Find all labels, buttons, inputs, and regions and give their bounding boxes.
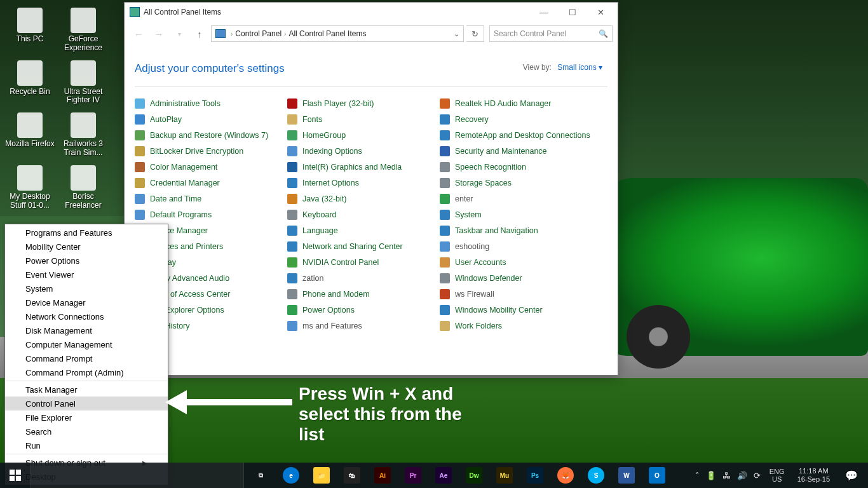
control-panel-item[interactable]: ws Firewall: [440, 288, 592, 300]
control-panel-item[interactable]: Indexing Options: [287, 145, 440, 157]
control-panel-item[interactable]: Backup and Restore (Windows 7): [135, 129, 287, 141]
control-panel-item[interactable]: Security and Maintenance: [440, 145, 592, 157]
taskbar-task-view[interactable]: ⧉: [245, 463, 276, 488]
control-panel-item[interactable]: Credential Manager: [135, 177, 287, 189]
taskbar-word[interactable]: W: [611, 463, 642, 488]
winx-run[interactable]: Run: [5, 438, 168, 452]
control-panel-item[interactable]: Windows Mobility Center: [440, 304, 592, 316]
desktop-icon[interactable]: Mozilla Firefox: [4, 112, 55, 149]
taskbar-file-explorer[interactable]: 📁: [306, 463, 337, 488]
start-button[interactable]: [0, 463, 31, 488]
control-panel-item[interactable]: Taskbar and Navigation: [440, 224, 592, 236]
control-panel-item[interactable]: Power Options: [287, 304, 440, 316]
close-button[interactable]: ✕: [587, 3, 615, 21]
tray-chevron-icon[interactable]: ˄: [694, 471, 701, 480]
winx-command-prompt-admin-[interactable]: Command Prompt (Admin): [5, 365, 168, 379]
taskbar-adobe-pr[interactable]: Pr: [398, 463, 428, 488]
action-center-icon[interactable]: 💬: [839, 463, 864, 488]
control-panel-item[interactable]: Recovery: [440, 113, 592, 125]
control-panel-item[interactable]: Intel(R) Graphics and Media: [287, 161, 440, 173]
winx-disk-management[interactable]: Disk Management: [5, 323, 168, 337]
control-panel-item[interactable]: Flash Player (32-bit): [287, 97, 440, 109]
control-panel-item[interactable]: BitLocker Drive Encryption: [135, 145, 287, 157]
forward-button[interactable]: →: [150, 25, 168, 43]
control-panel-item[interactable]: Language: [287, 224, 440, 236]
control-panel-item[interactable]: User Accounts: [440, 256, 592, 268]
control-panel-item[interactable]: Work Folders: [440, 320, 592, 332]
control-panel-item[interactable]: Realtek HD Audio Manager: [440, 97, 592, 109]
taskbar-search[interactable]: [31, 463, 244, 488]
breadcrumb-all-items[interactable]: All Control Panel Items: [288, 29, 366, 38]
address-dropdown-icon[interactable]: ⌄: [454, 30, 459, 38]
control-panel-item[interactable]: Color Management: [135, 161, 287, 173]
control-panel-item[interactable]: Windows Defender: [440, 272, 592, 284]
sync-icon[interactable]: ⟳: [752, 471, 762, 480]
winx-power-options[interactable]: Power Options: [5, 254, 168, 268]
control-panel-item[interactable]: enter: [440, 193, 592, 205]
winx-computer-management[interactable]: Computer Management: [5, 337, 168, 351]
winx-mobility-center[interactable]: Mobility Center: [5, 240, 168, 254]
control-panel-item[interactable]: System: [440, 208, 592, 220]
breadcrumb-control-panel[interactable]: Control Panel: [235, 29, 281, 38]
winx-event-viewer[interactable]: Event Viewer: [5, 268, 168, 281]
search-input[interactable]: Search Control Panel 🔍: [489, 25, 613, 42]
control-panel-item[interactable]: Internet Options: [287, 177, 440, 189]
control-panel-item[interactable]: NVIDIA Control Panel: [287, 256, 440, 268]
control-panel-item[interactable]: Speech Recognition: [440, 161, 592, 173]
winx-device-manager[interactable]: Device Manager: [5, 295, 168, 309]
control-panel-item[interactable]: RemoteApp and Desktop Connections: [440, 129, 592, 141]
taskbar-store[interactable]: 🛍: [337, 463, 367, 488]
control-panel-item[interactable]: Phone and Modem: [287, 288, 440, 300]
winx-system[interactable]: System: [5, 281, 168, 295]
taskbar-outlook[interactable]: O: [642, 463, 672, 488]
winx-programs-and-features[interactable]: Programs and Features: [5, 226, 168, 240]
winx-file-explorer[interactable]: File Explorer: [5, 410, 168, 424]
winx-search[interactable]: Search: [5, 424, 168, 438]
address-bar[interactable]: › Control Panel › All Control Panel Item…: [211, 25, 464, 42]
taskbar-adobe-dw[interactable]: Dw: [459, 463, 489, 488]
desktop-icon[interactable]: Borisc Freelancer: [58, 165, 109, 210]
maximize-button[interactable]: ☐: [558, 3, 587, 21]
taskbar-edge[interactable]: e: [276, 463, 306, 488]
control-panel-item[interactable]: eshooting: [440, 240, 592, 252]
winx-task-manager[interactable]: Task Manager: [5, 383, 168, 396]
control-panel-item[interactable]: Date and Time: [135, 193, 287, 205]
control-panel-item[interactable]: Administrative Tools: [135, 97, 287, 109]
control-panel-item[interactable]: Default Programs: [135, 208, 287, 220]
battery-icon[interactable]: 🔋: [705, 471, 717, 480]
minimize-button[interactable]: —: [529, 3, 558, 21]
control-panel-item[interactable]: Storage Spaces: [440, 177, 592, 189]
clock[interactable]: 11:18 AM16-Sep-15: [792, 467, 835, 484]
taskbar-firefox[interactable]: 🦊: [550, 463, 581, 488]
taskbar-adobe-ai[interactable]: Ai: [367, 463, 398, 488]
volume-icon[interactable]: 🔊: [736, 471, 749, 480]
network-icon[interactable]: 🖧: [721, 471, 732, 480]
viewby-dropdown[interactable]: Small icons ▾: [557, 63, 602, 72]
taskbar-skype[interactable]: S: [581, 463, 611, 488]
control-panel-item[interactable]: ms and Features: [287, 320, 440, 332]
back-button[interactable]: ←: [130, 25, 147, 43]
winx-command-prompt[interactable]: Command Prompt: [5, 351, 168, 365]
control-panel-item[interactable]: Fonts: [287, 113, 440, 125]
desktop-icon[interactable]: My Desktop Stuff 01-0...: [4, 165, 55, 210]
control-panel-item[interactable]: AutoPlay: [135, 113, 287, 125]
desktop-icon[interactable]: Recycle Bin: [4, 60, 55, 97]
control-panel-item[interactable]: zation: [287, 272, 440, 284]
taskbar-adobe-ps[interactable]: Ps: [520, 463, 550, 488]
refresh-button[interactable]: ↻: [466, 25, 484, 42]
taskbar-adobe-mu[interactable]: Mu: [489, 463, 520, 488]
control-panel-item[interactable]: Keyboard: [287, 208, 440, 220]
up-button[interactable]: ↑: [191, 25, 208, 43]
control-panel-item[interactable]: Network and Sharing Center: [287, 240, 440, 252]
recent-button[interactable]: ▾: [170, 25, 188, 43]
desktop-icon[interactable]: Ultra Street Fighter IV: [58, 60, 109, 105]
language-indicator[interactable]: ENGUS: [766, 468, 789, 483]
desktop-icon[interactable]: GeForce Experience: [58, 8, 109, 53]
desktop-icon[interactable]: Railworks 3 Train Sim...: [58, 112, 109, 158]
winx-network-connections[interactable]: Network Connections: [5, 309, 168, 323]
desktop-icon[interactable]: This PC: [4, 8, 55, 44]
control-panel-item[interactable]: Java (32-bit): [287, 193, 440, 205]
titlebar[interactable]: All Control Panel Items — ☐ ✕: [125, 3, 618, 22]
taskbar-adobe-ae[interactable]: Ae: [428, 463, 459, 488]
winx-control-panel[interactable]: Control Panel: [5, 396, 168, 410]
